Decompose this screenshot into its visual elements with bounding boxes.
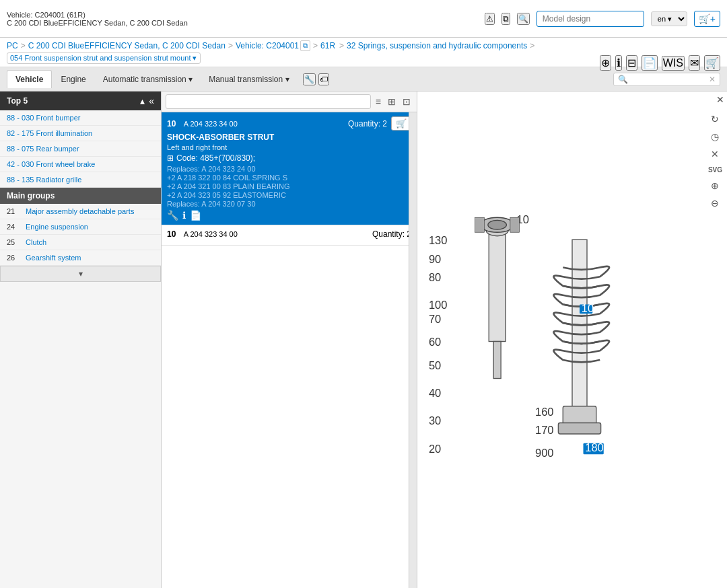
diagram-rotate-icon[interactable]: ↻ xyxy=(706,112,724,126)
sidebar-header-icons: ▴ « xyxy=(140,96,154,106)
parts-list-body: 10 A 204 323 34 00 Quantity: 2 🛒 SHOCK-A… xyxy=(162,112,417,588)
code-icon: ⊞ xyxy=(167,153,174,163)
tag-icon[interactable]: 🏷 xyxy=(318,73,329,85)
parts-list-view-icon[interactable]: ≡ xyxy=(374,95,383,108)
top5-item-1[interactable]: 88 - 030 Front bumper xyxy=(0,110,161,126)
image-panel-close-button[interactable]: ✕ xyxy=(716,94,724,105)
part-article-2: A 204 323 34 00 xyxy=(184,230,238,238)
svg-rect-17 xyxy=(510,217,520,232)
sidebar: Top 5 ▴ « 88 - 030 Front bumper 82 - 175… xyxy=(0,91,162,588)
vehicle-copy-icon[interactable]: ⧉ xyxy=(300,40,310,51)
breadcrumb-springs[interactable]: 32 Springs, suspension and hydraulic com… xyxy=(347,41,527,50)
tab-vehicle[interactable]: Vehicle xyxy=(7,70,52,88)
svg-rect-24 xyxy=(563,406,596,425)
main-group-24-num: 24 xyxy=(7,223,22,231)
main-group-21[interactable]: 21 Major assembly detachable parts xyxy=(0,204,161,219)
vehicle-id: Vehicle: C204001 (61R) xyxy=(7,11,188,19)
part-info-icon[interactable]: ℹ xyxy=(182,210,186,221)
svg-text:10: 10 xyxy=(582,301,594,314)
cart-icon[interactable]: 🛒 xyxy=(704,55,720,71)
part-wrench-icon[interactable]: 🔧 xyxy=(167,210,178,221)
sidebar-scroll-down[interactable]: ▾ xyxy=(0,266,161,282)
mail-icon[interactable]: ✉ xyxy=(689,55,700,71)
diagram-zoom-out-icon[interactable]: ⊖ xyxy=(706,196,724,211)
top5-item-5[interactable]: 88 - 135 Radiator grille xyxy=(0,172,161,188)
image-panel-tools: ↻ ◷ ✕ SVG ⊕ ⊖ xyxy=(706,112,724,211)
diagram-svg-icon[interactable]: SVG xyxy=(706,164,724,176)
part-article-1: A 204 323 34 00 xyxy=(184,120,238,128)
breadcrumb-pc[interactable]: PC xyxy=(7,41,18,50)
part-link-plain[interactable]: +2 A 204 321 00 83 PLAIN BEARING xyxy=(167,182,411,190)
svg-text:900: 900 xyxy=(535,447,554,459)
wis-icon[interactable]: WIS xyxy=(662,56,685,71)
wrench-icon[interactable]: 🔧 xyxy=(303,73,316,85)
zoom-in-icon[interactable]: ⊕ xyxy=(600,55,611,71)
tab-manual-transmission[interactable]: Manual transmission ▾ xyxy=(201,71,297,88)
parts-list-scrollbar[interactable] xyxy=(409,112,417,588)
top5-item-4[interactable]: 42 - 030 Front wheel brake xyxy=(0,157,161,172)
main-layout: Top 5 ▴ « 88 - 030 Front bumper 82 - 175… xyxy=(0,91,727,588)
svg-text:100: 100 xyxy=(429,299,448,311)
svg-point-14 xyxy=(488,220,507,229)
parts-expand-icon[interactable]: ⊡ xyxy=(401,95,413,108)
part-doc-icon[interactable]: 📄 xyxy=(190,210,201,221)
info-icon[interactable]: ℹ xyxy=(615,55,622,71)
svg-text:180: 180 xyxy=(585,441,604,453)
search-top-icon[interactable]: 🔍 xyxy=(517,13,530,25)
tab-extra-icons: 🔧 🏷 xyxy=(303,73,329,85)
part-row-2[interactable]: 10 A 204 323 34 00 Quantity: 2 xyxy=(162,225,417,246)
nav-search-box[interactable]: 🔍 ✕ xyxy=(613,73,720,86)
sidebar-collapse-icon[interactable]: ▴ xyxy=(140,96,145,106)
svg-rect-11 xyxy=(493,341,501,378)
filter-icon[interactable]: ⊟ xyxy=(626,55,637,71)
copy-icon[interactable]: ⧉ xyxy=(501,13,510,25)
warning-icon[interactable]: ⚠ xyxy=(485,13,495,25)
top5-item-2[interactable]: 82 - 175 Front illumination xyxy=(0,126,161,141)
part-code-1: Code: 485+(700/830); xyxy=(176,153,255,163)
cart-top-button[interactable]: 🛒+ xyxy=(694,11,720,27)
part-link-replaces-2[interactable]: Replaces: A 204 320 07 30 xyxy=(167,200,411,208)
main-group-24[interactable]: 24 Engine suspension xyxy=(0,219,161,235)
top5-label: Top 5 xyxy=(7,96,28,106)
main-group-24-label: Engine suspension xyxy=(26,223,88,231)
breadcrumb-vehicle[interactable]: Vehicle: C204001 xyxy=(236,41,299,50)
language-select[interactable]: en ▾ xyxy=(651,11,687,26)
part-row-1[interactable]: 10 A 204 323 34 00 Quantity: 2 🛒 SHOCK-A… xyxy=(162,112,417,225)
tab-auto-transmission[interactable]: Automatic transmission ▾ xyxy=(95,71,201,88)
part-link-coil[interactable]: +2 A 218 322 00 84 COIL SPRING S xyxy=(167,174,411,182)
tab-engine[interactable]: Engine xyxy=(52,70,94,88)
svg-rect-18 xyxy=(572,240,587,406)
svg-rect-10 xyxy=(489,230,506,341)
breadcrumb-current-dropdown[interactable]: 054 Front suspension strut and suspensio… xyxy=(7,52,201,64)
main-group-25[interactable]: 25 Clutch xyxy=(0,235,161,250)
breadcrumb-61r[interactable]: 61R xyxy=(320,41,335,50)
top5-header: Top 5 ▴ « xyxy=(0,91,161,110)
svg-text:60: 60 xyxy=(429,336,441,348)
diagram-cross-icon[interactable]: ✕ xyxy=(706,147,724,161)
doc-icon[interactable]: 📄 xyxy=(642,55,658,71)
sidebar-close-icon[interactable]: « xyxy=(149,96,154,106)
top-bar: Vehicle: C204001 (61R) C 200 CDI BlueEFF… xyxy=(0,0,727,38)
svg-text:160: 160 xyxy=(535,405,554,417)
part-link-replaces-1[interactable]: Replaces: A 204 323 24 00 xyxy=(167,165,411,173)
svg-rect-25 xyxy=(558,422,600,434)
svg-text:130: 130 xyxy=(429,234,448,246)
part-desc-1: Left and right front xyxy=(167,143,411,151)
svg-text:20: 20 xyxy=(429,442,441,454)
model-search-input[interactable] xyxy=(536,11,644,27)
nav-search-clear[interactable]: ✕ xyxy=(709,75,716,84)
breadcrumb-model[interactable]: C 200 CDI BlueEFFICIENCY Sedan, C 200 CD… xyxy=(28,41,226,50)
diagram-zoom-in-icon[interactable]: ⊕ xyxy=(706,178,724,193)
parts-search-input[interactable] xyxy=(166,94,371,109)
main-group-25-label: Clutch xyxy=(26,238,46,246)
diagram-history-icon[interactable]: ◷ xyxy=(706,129,724,144)
part-name-1: SHOCK-ABSORBER STRUT xyxy=(167,133,411,142)
nav-search-input[interactable] xyxy=(628,75,709,84)
main-group-26[interactable]: 26 Gearshift system xyxy=(0,250,161,266)
parts-grid-view-icon[interactable]: ⊞ xyxy=(386,95,398,108)
top5-item-3[interactable]: 88 - 075 Rear bumper xyxy=(0,141,161,157)
part-qty-label-2: Quantity: 2 xyxy=(372,229,411,239)
main-group-26-label: Gearshift system xyxy=(26,254,81,262)
part-qty-label-1: Quantity: 2 xyxy=(348,119,387,128)
part-link-elastomeric[interactable]: +2 A 204 323 05 92 ELASTOMERIC xyxy=(167,191,411,199)
